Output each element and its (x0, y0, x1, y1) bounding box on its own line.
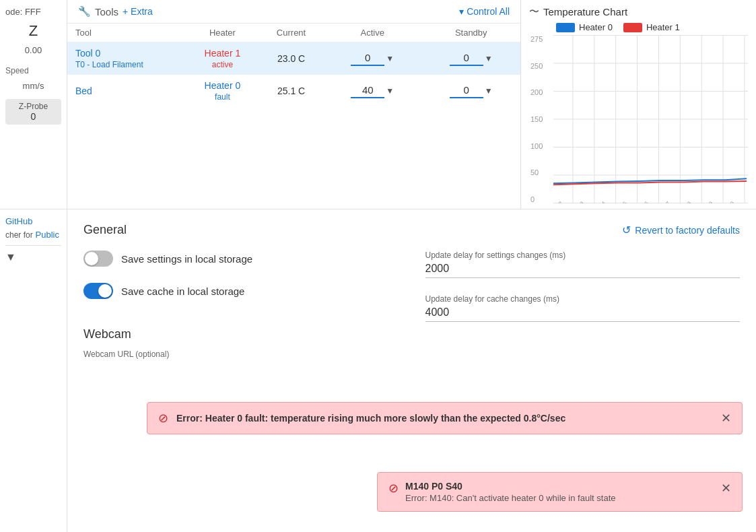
tool0-heater-cell: Heater 1 active (186, 42, 259, 75)
tools-table: Tool Heater Current Active Standby Tool … (67, 24, 520, 107)
general-section-title: General (83, 223, 127, 237)
error2-close-button[interactable]: ✕ (721, 481, 731, 496)
bed-standby-arrow[interactable]: ▼ (485, 86, 493, 96)
legend-heater1-color (623, 23, 642, 32)
cache-delay-value: 4000 (425, 306, 741, 322)
speed-label: Speed (5, 66, 61, 75)
public-link[interactable]: Public (36, 230, 59, 240)
tool0-active-val: 0 (351, 52, 384, 66)
webcam-section: Webcam Webcam URL (optional) (83, 327, 740, 359)
save-settings-label: Save settings in local storage (121, 253, 252, 265)
control-all-button[interactable]: ▾ Control All (459, 6, 510, 17)
top-section: ode: FFF Z 0.00 Speed mm/s Z-Probe 0 🔧 T… (0, 0, 756, 209)
axis-value: 0.00 (5, 45, 61, 55)
tool0-standby-arrow[interactable]: ▼ (485, 54, 493, 63)
bed-active-select[interactable]: 40 ▼ (345, 84, 399, 98)
bed-link[interactable]: Bed (75, 86, 178, 96)
error-banner-2: ⊘ M140 P0 S40 Error: M140: Can't activat… (377, 472, 743, 512)
y-axis-labels: 275 250 200 150 100 50 0 (530, 35, 543, 203)
save-cache-label: Save cache in local storage (121, 286, 244, 297)
chart-svg: 18:12 18:13 18:14 18:15 18:16 18:17 18:1… (553, 35, 748, 203)
toggle2-left: Save cache in local storage (83, 283, 399, 299)
toggle1-thumb (85, 252, 98, 265)
bed-heater-cell: Heater 0 fault (186, 75, 259, 107)
tool0-standby: 0 ▼ (421, 42, 520, 75)
tools-header: 🔧 Tools + Extra ▾ Control All (67, 0, 520, 24)
chart-area: 275 250 200 150 100 50 0 (553, 35, 748, 203)
bed-active-arrow[interactable]: ▼ (386, 86, 394, 96)
chevron-icon[interactable]: ▼ (5, 251, 16, 263)
col-heater: Heater (186, 24, 259, 42)
y-label-0: 0 (530, 195, 543, 203)
y-label-50: 50 (530, 168, 543, 176)
bed-standby-select[interactable]: 0 ▼ (444, 84, 498, 98)
bed-standby-val: 0 (450, 84, 483, 98)
temp-chart-panel: 〜 Temperature Chart Heater 0 Heater 1 27… (520, 0, 756, 209)
chart-icon: 〜 (529, 5, 539, 18)
y-label-150: 150 (530, 115, 543, 123)
col-standby: Standby (421, 24, 520, 42)
y-label-200: 200 (530, 88, 543, 96)
revert-icon: ↺ (622, 224, 631, 236)
update-delay-label: Update delay for settings changes (ms) (425, 251, 741, 260)
tool0-link[interactable]: Tool 0 (75, 48, 178, 59)
bed-active: 40 ▼ (323, 75, 421, 107)
error1-close-button[interactable]: ✕ (721, 411, 731, 426)
update-delay-field: Update delay for settings changes (ms) 2… (425, 251, 741, 278)
tool0-standby-select[interactable]: 0 ▼ (444, 52, 498, 66)
y-label-275: 275 (530, 35, 543, 43)
error2-header: ⊘ M140 P0 S40 Error: M140: Can't activat… (388, 481, 731, 503)
tools-header-left: 🔧 Tools + Extra (78, 5, 153, 18)
tool0-active-select[interactable]: 0 ▼ (345, 52, 399, 66)
axis-label: Z (5, 22, 61, 40)
bed-active-val: 40 (351, 84, 384, 98)
table-row: Tool 0 T0 - Load Filament Heater 1 activ… (67, 42, 520, 75)
bed-name-cell: Bed (67, 75, 186, 107)
save-cache-toggle[interactable] (83, 283, 113, 299)
zprobe-label: Z-Probe (9, 102, 57, 111)
revert-button[interactable]: ↺ Revert to factory defaults (622, 224, 740, 236)
error1-icon: ⊘ (158, 411, 168, 426)
settings-header: General ↺ Revert to factory defaults (83, 223, 740, 237)
toggle2-thumb (98, 284, 112, 298)
legend-heater1-label: Heater 1 (646, 22, 680, 32)
error-banner-1: ⊘ Error: Heater 0 fault: temperature ris… (147, 402, 743, 434)
error2-subtitle: Error: M140: Can't activate heater 0 whi… (405, 493, 615, 503)
settings-toggles: Save settings in local storage Save cach… (83, 251, 399, 322)
col-active: Active (323, 24, 421, 42)
revert-label: Revert to factory defaults (635, 225, 740, 236)
top-sidebar: ode: FFF Z 0.00 Speed mm/s Z-Probe 0 (0, 0, 67, 209)
tool0-active-arrow[interactable]: ▼ (386, 54, 394, 63)
heater1-status: active (212, 60, 233, 69)
zprobe-value: 0 (9, 111, 57, 122)
github-link[interactable]: GitHub (5, 216, 61, 226)
chart-legend: Heater 0 Heater 1 (556, 22, 748, 32)
error2-title: M140 P0 S40 (405, 481, 615, 492)
legend-heater1: Heater 1 (623, 22, 680, 32)
cache-delay-label: Update delay for cache changes (ms) (425, 294, 741, 304)
tool0-name-cell: Tool 0 T0 - Load Filament (67, 42, 186, 75)
legend-heater0-color (556, 23, 575, 32)
wrench-icon: 🔧 (78, 5, 91, 18)
y-label-250: 250 (530, 62, 543, 70)
webcam-url-label: Webcam URL (optional) (83, 350, 740, 359)
error2-icon: ⊘ (388, 481, 399, 496)
legend-heater0-label: Heater 0 (579, 22, 613, 32)
mode-label: ode: FFF (5, 7, 61, 17)
save-settings-toggle[interactable] (83, 251, 113, 267)
main-layout: ode: FFF Z 0.00 Speed mm/s Z-Probe 0 🔧 T… (0, 0, 756, 532)
heater1-name: Heater 1 (194, 48, 251, 59)
heater0-status: fault (215, 92, 230, 102)
settings-row-save-settings: Save settings in local storage (83, 251, 399, 267)
table-header-row: Tool Heater Current Active Standby (67, 24, 520, 42)
bed-standby: 0 ▼ (421, 75, 520, 107)
zprobe-container: Z-Probe 0 (5, 99, 61, 125)
settings-main-area: Save settings in local storage Save cach… (83, 251, 740, 322)
webcam-title: Webcam (83, 327, 740, 341)
settings-row-save-cache: Save cache in local storage (83, 283, 399, 299)
settings-fields: Update delay for settings changes (ms) 2… (425, 251, 741, 322)
legend-heater0: Heater 0 (556, 22, 613, 32)
tool0-sub[interactable]: T0 - Load Filament (75, 60, 143, 69)
extra-button[interactable]: + Extra (123, 6, 153, 17)
chart-header: 〜 Temperature Chart (529, 5, 748, 18)
